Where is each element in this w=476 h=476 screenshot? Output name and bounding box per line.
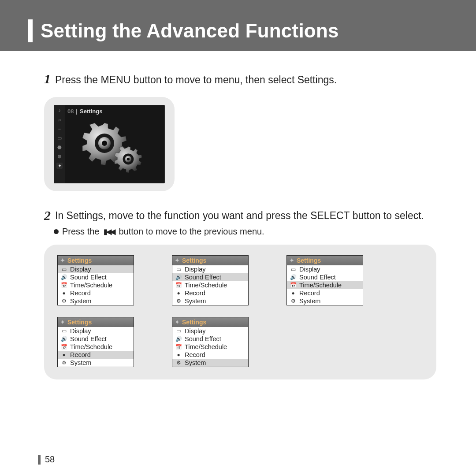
menu-item-icon: 📅	[60, 344, 67, 350]
menu-item-icon: 🔊	[175, 336, 182, 342]
menu-item-label: Time/Schedule	[185, 343, 227, 350]
settings-menu-item[interactable]: ▭Display	[172, 265, 248, 273]
page-number-value: 58	[45, 454, 55, 465]
menu-item-icon: ⚙	[60, 360, 67, 366]
settings-menu-item[interactable]: 📅Time/Schedule	[58, 281, 134, 289]
step-1-number: 1	[44, 72, 51, 86]
settings-menu-item[interactable]: 📅Time/Schedule	[172, 343, 248, 351]
gear-icon: ✦	[175, 257, 179, 264]
menu-item-label: Sound Effect	[70, 274, 107, 281]
menu-item-icon: ⚙	[175, 298, 182, 304]
device-sidebar-icon: ▭	[56, 135, 63, 141]
settings-menu-item[interactable]: ▭Display	[287, 265, 363, 273]
device-header-sep: |	[75, 108, 77, 115]
menu-item-label: Time/Schedule	[70, 282, 112, 289]
settings-menu-item[interactable]: 🔊Sound Effect	[58, 335, 134, 343]
device-sidebar-icon: ✦	[56, 163, 63, 169]
settings-menu-item[interactable]: ●Record	[58, 351, 134, 359]
settings-menu-item[interactable]: 🔊Sound Effect	[172, 335, 248, 343]
settings-menu-item[interactable]: 🔊Sound Effect	[172, 273, 248, 281]
settings-menu-item[interactable]: ▭Display	[172, 327, 248, 335]
bullet-text-post: button to move to the previous menu.	[119, 227, 264, 237]
title-bar: Setting the Advanced Functions	[0, 13, 476, 51]
menu-item-icon: ⚙	[60, 298, 67, 304]
menu-item-icon: ▭	[175, 328, 182, 334]
page-number: 58	[38, 454, 55, 465]
settings-menu-item[interactable]: ●Record	[58, 289, 134, 297]
settings-panel: ✦Settings▭Display🔊Sound Effect📅Time/Sche…	[172, 255, 249, 305]
settings-panel-header: ✦Settings	[287, 256, 363, 265]
menu-item-icon: ●	[60, 290, 67, 296]
settings-menu-item[interactable]: ●Record	[172, 289, 248, 297]
menu-item-label: Display	[299, 266, 320, 273]
menu-item-icon: ▭	[60, 266, 67, 272]
settings-panel-header-label: Settings	[67, 257, 92, 264]
settings-panel-header-label: Settings	[67, 319, 92, 326]
menu-item-icon: ●	[60, 352, 67, 358]
settings-menu-item[interactable]: ●Record	[172, 351, 248, 359]
settings-menu-item[interactable]: ⚙System	[58, 359, 134, 367]
settings-panel: ✦Settings▭Display🔊Sound Effect📅Time/Sche…	[57, 255, 134, 305]
settings-menu-item[interactable]: 📅Time/Schedule	[172, 281, 248, 289]
menu-item-icon: ⚙	[175, 360, 182, 366]
settings-menu-item[interactable]: 📅Time/Schedule	[58, 343, 134, 351]
settings-panel-header: ✦Settings	[172, 317, 248, 327]
device-sidebar-icon: ♪	[56, 107, 63, 113]
menu-item-label: Display	[185, 327, 206, 335]
menu-item-icon: ▭	[60, 328, 67, 334]
screenshot-main-menu: ♪⌕≡▭⬣⚙✦ 08|Settings	[44, 97, 175, 191]
settings-panel-header: ✦Settings	[172, 256, 248, 265]
page-title: Setting the Advanced Functions	[41, 20, 339, 42]
menu-item-icon: 🔊	[175, 274, 182, 280]
step-2-text: In Settings, move to the function you wa…	[55, 209, 424, 222]
step-1-text: Press the MENU button to move to menu, t…	[55, 72, 337, 86]
gear-icon: ✦	[60, 319, 65, 325]
step-2: 2 In Settings, move to the function you …	[44, 209, 436, 379]
step-2-number: 2	[44, 209, 51, 222]
menu-item-icon: ●	[290, 290, 297, 296]
settings-menu-item[interactable]: ▭Display	[58, 327, 134, 335]
menu-item-label: Record	[70, 351, 91, 358]
step-1: 1 Press the MENU button to move to menu,…	[44, 72, 436, 191]
settings-panel-header-label: Settings	[182, 319, 206, 326]
menu-item-label: System	[185, 298, 206, 305]
bullet-text-pre: Press the	[62, 227, 99, 237]
settings-menu-item[interactable]: ▭Display	[58, 265, 134, 273]
device-sidebar-icon: ⌕	[56, 116, 63, 123]
menu-item-label: System	[185, 359, 206, 366]
menu-item-label: Record	[185, 290, 205, 297]
menu-item-label: Time/Schedule	[185, 282, 227, 289]
menu-item-icon: ▭	[290, 266, 297, 272]
menu-item-icon: 🔊	[60, 336, 67, 342]
menu-item-label: Display	[70, 327, 91, 335]
device-sidebar-icon: ⬣	[56, 144, 63, 150]
menu-item-label: Sound Effect	[70, 335, 107, 342]
settings-menu-item[interactable]: ⚙System	[172, 359, 248, 367]
menu-item-label: System	[70, 298, 91, 305]
settings-panel-list: ▭Display🔊Sound Effect📅Time/Schedule●Reco…	[287, 265, 363, 305]
menu-item-label: Display	[185, 266, 206, 273]
menu-item-icon: ●	[175, 290, 182, 296]
settings-panel-list: ▭Display🔊Sound Effect📅Time/Schedule●Reco…	[58, 265, 134, 305]
menu-item-label: Sound Effect	[185, 335, 221, 342]
settings-menu-item[interactable]: ⚙System	[287, 297, 363, 305]
device-header: 08|Settings	[67, 108, 102, 115]
settings-menu-item[interactable]: 🔊Sound Effect	[58, 273, 134, 281]
settings-menu-item[interactable]: ⚙System	[58, 297, 134, 305]
settings-menu-item[interactable]: ⚙System	[172, 297, 248, 305]
settings-menu-item[interactable]: 📅Time/Schedule	[287, 281, 363, 289]
device-header-label: Settings	[80, 108, 102, 115]
menu-item-label: System	[70, 359, 91, 366]
settings-panel-list: ▭Display🔊Sound Effect📅Time/Schedule●Reco…	[172, 327, 248, 367]
menu-item-icon: ▭	[175, 266, 182, 272]
menu-item-label: Time/Schedule	[299, 282, 342, 289]
settings-panel-header: ✦Settings	[58, 256, 134, 265]
device-sidebar-icon: ≡	[56, 126, 63, 132]
settings-panel: ✦Settings▭Display🔊Sound Effect📅Time/Sche…	[57, 317, 134, 367]
settings-menu-item[interactable]: 🔊Sound Effect	[287, 273, 363, 281]
menu-item-icon: ⚙	[290, 298, 297, 304]
menu-item-icon: 📅	[290, 282, 297, 288]
settings-menu-item[interactable]: ●Record	[287, 289, 363, 297]
menu-item-icon: 📅	[60, 282, 67, 288]
menu-item-label: Record	[70, 290, 91, 297]
